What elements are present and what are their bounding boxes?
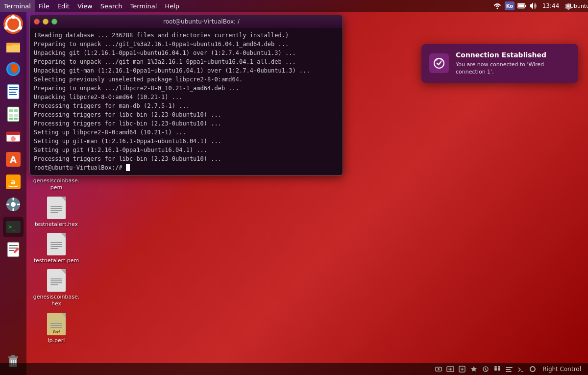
notification-text: Connection Established You are now conne… xyxy=(456,51,570,76)
file-label-genesiscoinbase-pem: genesiscoinbase.pem xyxy=(33,177,80,192)
app-center-icon[interactable]: A xyxy=(3,149,24,170)
terminal-line-6: Selecting previously unselected package … xyxy=(34,75,339,84)
svg-rect-56 xyxy=(494,366,497,368)
svg-rect-13 xyxy=(9,89,18,90)
ubuntu-logo-icon[interactable] xyxy=(3,14,24,34)
file-icon: Perl xyxy=(46,312,67,336)
battery-icon[interactable] xyxy=(517,1,526,10)
bottom-tray-9[interactable] xyxy=(528,364,538,374)
svg-rect-57 xyxy=(498,366,500,368)
svg-point-7 xyxy=(4,26,8,30)
ubuntu-top-icon[interactable]: Ubuntu xyxy=(575,1,584,10)
top-menu-bar: Terminal File Edit View Search Terminal … xyxy=(0,0,588,12)
terminal-line-3: Unpacking git (1:2.16.1-0ppa1~ubuntu16.0… xyxy=(34,49,339,57)
svg-text:a: a xyxy=(11,178,15,186)
menu-terminal2[interactable]: Help xyxy=(161,0,183,12)
file-label-testnetalert-pem: testnetalert.pem xyxy=(34,257,79,264)
desktop-file-area: genesiscoinbase.pem testnetalert.hex xyxy=(34,152,78,344)
svg-rect-24 xyxy=(6,132,20,135)
terminal-output[interactable]: (Reading database ... 236288 files and d… xyxy=(30,28,343,175)
svg-rect-34 xyxy=(6,204,9,205)
terminal-line-12: Setting up libpcre2-8-0:amd64 (10.21-1) … xyxy=(34,128,339,137)
file-genesiscoinbase-hex[interactable]: genesiscoinbase.hex xyxy=(34,268,78,308)
notification-title: Connection Established xyxy=(456,51,570,59)
system-settings-icon[interactable] xyxy=(3,194,24,215)
terminal-line-15: Processing triggers for libc-bin (2.23-0… xyxy=(34,154,339,163)
menu-termina[interactable]: Terminal xyxy=(0,0,35,12)
bottom-tray-8[interactable] xyxy=(516,364,526,374)
bottom-tray-7[interactable] xyxy=(504,364,514,374)
svg-rect-54 xyxy=(494,368,497,371)
menu-edit[interactable]: View xyxy=(74,0,97,12)
writer-icon[interactable] xyxy=(3,81,24,102)
amazon-icon[interactable]: a xyxy=(3,172,24,192)
bottom-taskbar: Right Control xyxy=(0,363,588,375)
file-icon xyxy=(46,232,67,256)
bottom-tray-5[interactable] xyxy=(481,364,490,374)
bottom-tray-6[interactable] xyxy=(492,364,502,374)
svg-rect-12 xyxy=(9,87,18,88)
time-display[interactable]: 13:44 xyxy=(541,1,561,10)
window-minimize-button[interactable] xyxy=(43,19,49,25)
svg-point-0 xyxy=(497,8,498,9)
file-testnetalert-pem[interactable]: testnetalert.pem xyxy=(34,232,78,264)
terminal-titlebar: root@ubuntu-VirtualBox: / xyxy=(30,15,343,28)
terminal-line-4: Preparing to unpack .../git-man_1%3a2.16… xyxy=(34,57,339,66)
svg-rect-60 xyxy=(506,371,512,372)
file-ip-perl[interactable]: Perl ip.perl xyxy=(34,312,78,344)
terminal-window-title: root@ubuntu-VirtualBox: / xyxy=(64,18,339,25)
svg-rect-18 xyxy=(14,109,18,112)
menu-file[interactable]: Edit xyxy=(53,0,74,12)
bottom-tray-2[interactable] xyxy=(445,364,455,374)
terminal-line-9: Processing triggers for man-db (2.7.5-1)… xyxy=(34,101,339,110)
menu-view[interactable]: Search xyxy=(97,0,126,12)
file-label-ip-perl: ip.perl xyxy=(48,337,65,344)
file-label-genesiscoinbase-hex: genesiscoinbase.hex xyxy=(33,294,80,308)
svg-point-5 xyxy=(11,15,15,19)
window-maximize-button[interactable] xyxy=(51,19,57,25)
perl-badge: Perl xyxy=(51,330,61,334)
system-tray: Ko 13:44 Ubuntu xyxy=(493,1,588,10)
network-icon[interactable] xyxy=(493,1,502,10)
notification-icon xyxy=(429,53,449,73)
files-manager-icon[interactable] xyxy=(3,36,24,57)
svg-rect-21 xyxy=(9,118,13,120)
menu-terminal[interactable]: File xyxy=(35,0,53,12)
terminal-line-10: Processing triggers for libc-bin (2.23-0… xyxy=(34,110,339,119)
file-testnetalert-hex[interactable]: testnetalert.hex xyxy=(34,196,78,228)
svg-point-50 xyxy=(438,368,440,370)
terminal-dock-icon[interactable]: >_ xyxy=(3,217,24,237)
terminal-line-1: (Reading database ... 236288 files and d… xyxy=(34,31,339,40)
terminal-line-7: Preparing to unpack .../libpcre2-8-0_10.… xyxy=(34,84,339,93)
bottom-tray-4[interactable] xyxy=(469,364,479,374)
svg-rect-14 xyxy=(9,92,16,93)
svg-point-4 xyxy=(6,17,20,31)
terminal-cursor xyxy=(126,164,130,171)
terminal-line-5: Unpacking git-man (1:2.16.1-0ppa1~ubuntu… xyxy=(34,66,339,75)
terminal-line-8: Unpacking libpcre2-8-0:amd64 (10.21-1) .… xyxy=(34,93,339,101)
terminal-line-11: Processing triggers for libc-bin (2.23-0… xyxy=(34,119,339,128)
impress-icon[interactable] xyxy=(3,126,24,147)
svg-rect-3 xyxy=(518,4,524,7)
svg-text:A: A xyxy=(10,154,17,165)
firefox-browser-icon[interactable] xyxy=(3,59,24,79)
svg-rect-17 xyxy=(9,109,13,112)
window-close-button[interactable] xyxy=(34,19,40,25)
file-icon xyxy=(46,268,67,293)
menu-help[interactable] xyxy=(183,0,191,12)
calc-icon[interactable] xyxy=(3,104,24,125)
bottom-tray-1[interactable] xyxy=(434,364,443,374)
notification-body: You are now connected to 'Wired connecti… xyxy=(456,61,570,76)
volume-icon[interactable] xyxy=(529,1,538,10)
menu-search[interactable]: Terminal xyxy=(126,0,161,12)
terminal-line-14: Setting up git (1:2.16.1-0ppa1~ubuntu16.… xyxy=(34,146,339,154)
svg-rect-35 xyxy=(17,204,20,205)
text-editor-icon[interactable] xyxy=(3,239,24,260)
svg-rect-33 xyxy=(13,208,14,211)
svg-point-31 xyxy=(11,202,16,207)
svg-point-6 xyxy=(18,26,22,30)
keyboard-icon[interactable]: Ko xyxy=(505,1,514,10)
svg-rect-2 xyxy=(525,5,526,7)
bottom-tray-3[interactable] xyxy=(457,364,467,374)
application-dock: A a >_ xyxy=(0,12,26,375)
